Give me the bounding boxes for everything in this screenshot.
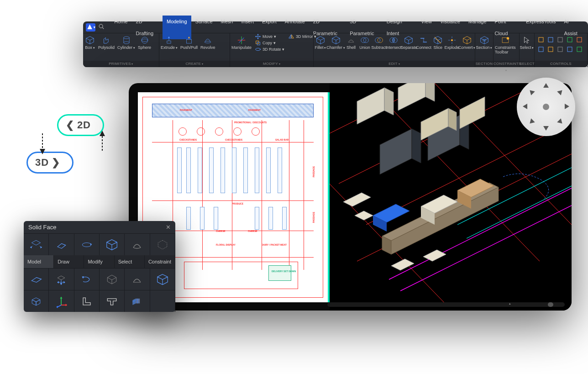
hidden-cube-tool[interactable] [150,233,175,255]
svg-marker-123 [423,250,446,261]
svg-point-77 [507,37,509,40]
push-pull-button[interactable]: Push/Pull [179,33,199,61]
rotate-face-tool[interactable] [74,233,100,255]
svg-line-150 [107,277,112,279]
panel-tab-modify[interactable]: Modify [84,255,114,268]
chamfer-button[interactable]: Chamfer [327,33,344,61]
t-shape-tool[interactable] [100,290,125,312]
group-label-edit[interactable]: EDIT [314,61,475,67]
group-label-constraints[interactable]: CONSTRAINTS [493,61,520,67]
svg-point-7 [123,37,129,39]
horizontal-scrollbar[interactable] [327,302,565,307]
svg-marker-34 [292,35,294,38]
panel-tab-model[interactable]: Model [24,255,54,268]
navigation-compass[interactable] [517,78,575,136]
control-icon-8[interactable] [566,46,574,54]
slice-button[interactable]: ">Slice [431,33,445,61]
compass-arrow-se[interactable] [557,118,564,126]
xyz-axis-tool[interactable] [49,290,74,312]
panel-row-1 [24,233,175,255]
compass-arrow-s[interactable] [543,126,549,131]
control-icon-4[interactable] [576,36,584,44]
fillet-button[interactable]: Fillet [314,33,327,61]
close-icon[interactable]: ✕ [166,224,171,231]
app-icon[interactable]: ▾ [86,23,95,32]
badge-3d: 3D [26,152,74,174]
control-icon-0[interactable] [537,36,546,44]
cylinder-button[interactable]: Cylinder [116,33,136,61]
svg-marker-160 [36,300,40,305]
control-icon-2[interactable] [556,36,565,44]
svg-rect-75 [482,39,486,42]
plane-alt-tool[interactable] [24,268,49,290]
3d-rotate-button[interactable]: 3D Rotate ▾ [253,46,286,53]
search-icon[interactable] [98,23,105,32]
section-button[interactable]: ">Section [475,33,493,61]
cube-wire-tool[interactable] [100,268,125,290]
compass-arrow-sw[interactable] [528,118,535,126]
box-button[interactable]: Box [83,33,97,61]
rotate-alt-tool[interactable] [74,268,100,290]
manipulate-button[interactable]: Manipulate [230,33,253,61]
move-face-tool[interactable] [24,233,49,255]
union-button[interactable]: Union [358,33,372,61]
revolve-button[interactable]: Revolve [199,33,217,61]
control-icon-7[interactable] [556,46,565,54]
panel-tab-select[interactable]: Select [115,255,145,268]
group-labels: PRIMITIVESCREATEMODIFYEDITSECTIONCONSTRA… [83,61,588,67]
explode-button[interactable]: Explode [445,33,459,61]
l-shape-tool[interactable] [74,290,100,312]
shell-button[interactable]: Shell [344,33,358,61]
svg-line-155 [158,277,163,279]
toolbar-row: BoxPolysolidCylinderSphereExtrudePush/Pu… [83,33,588,61]
control-icon-9[interactable] [576,46,584,54]
plane-tool[interactable] [49,233,74,255]
panel-tabs: ModelDrawModifySelectConstraint [24,255,175,268]
iso-cube-tool[interactable] [24,290,49,312]
move-button[interactable]: Move ▾ [253,33,286,40]
svg-rect-83 [577,37,582,42]
scrollbar-thumb[interactable] [548,302,553,307]
cube-blue-tool[interactable] [150,268,175,290]
connect-button[interactable]: Connect [416,33,431,61]
compass-arrow-nw[interactable] [528,88,535,95]
svg-marker-105 [412,129,421,163]
wall-3d-tool[interactable] [125,290,150,312]
control-icon-6[interactable] [547,46,555,54]
svg-marker-132 [41,246,42,248]
group-label-create[interactable]: CREATE [159,61,230,67]
extrude-button[interactable]: Extrude [159,33,179,61]
subtract-button[interactable]: Subtract [372,33,386,61]
control-icon-1[interactable] [547,36,555,44]
axis-move-tool[interactable] [49,268,74,290]
cube-tool[interactable] [100,233,125,255]
copy-button[interactable]: Copy ▾ [253,40,286,46]
sphere-button[interactable]: Sphere [136,33,152,61]
control-icon-3[interactable] [566,36,574,44]
svg-rect-87 [567,47,572,52]
toolbar-group-edit: FilletChamferShellUnionSubtractIntersect… [314,33,475,61]
convert-button[interactable]: Convert [459,33,475,61]
curved-face-tool[interactable] [125,233,150,255]
intersect-button[interactable]: Intersect [386,33,401,61]
control-icon-5[interactable] [537,46,546,54]
polysolid-button[interactable]: Polysolid [97,33,116,61]
svg-marker-168 [136,298,140,303]
svg-marker-140 [158,240,167,249]
panel-tab-draw[interactable]: Draw [54,255,84,268]
panel-tab-constraint[interactable]: Constraint [145,255,175,268]
compass-arrow-n[interactable] [543,83,549,88]
constraints-toolbar-button[interactable]: ConstraintsToolbar [493,33,517,61]
svg-marker-102 [398,83,425,111]
compass-arrow-ne[interactable] [557,88,564,95]
svg-point-30 [256,48,261,50]
select-button[interactable]: Select [520,33,534,61]
group-label-modify[interactable]: MODIFY [230,61,314,67]
shell-tool[interactable] [125,268,150,290]
compass-arrow-w[interactable] [523,104,527,109]
compass-arrow-e[interactable] [565,104,569,109]
svg-rect-85 [548,47,553,52]
svg-line-68 [463,38,467,40]
separate-button[interactable]: Separate [401,33,416,61]
group-label-primitives[interactable]: PRIMITIVES [83,61,159,67]
